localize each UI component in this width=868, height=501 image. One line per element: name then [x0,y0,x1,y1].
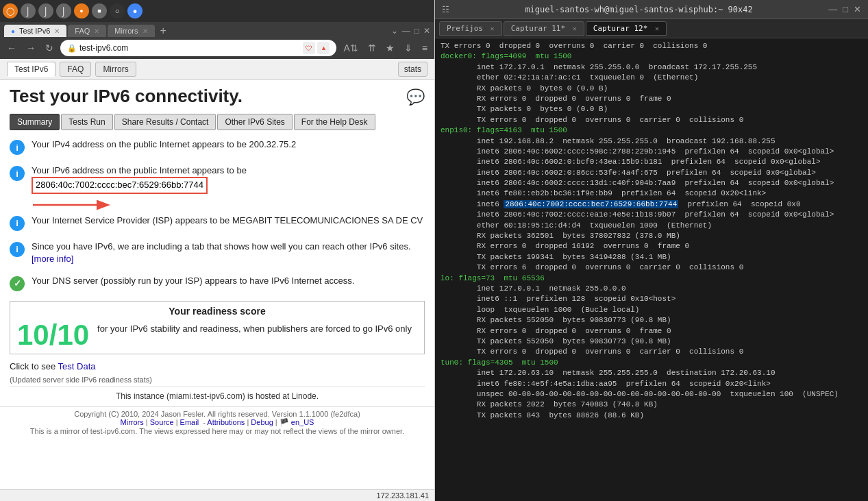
tab-share-results[interactable]: Share Results / Contact [114,114,216,130]
wifi-icon-3[interactable]: ⌡ [56,3,71,19]
interface-name: enp1s0: flags=4163 mtu 1500 [441,126,567,134]
tab-tests-run[interactable]: Tests Run [61,114,112,130]
translate-button[interactable]: A⇅ [340,41,360,55]
tab-summary[interactable]: Summary [10,114,60,130]
ubuntu-taskbar-icon[interactable]: ◯ [3,3,18,19]
close-window-icon[interactable]: ✕ [423,26,430,36]
readiness-box: Your readiness score 10/10 for your IPv6… [10,301,425,354]
app-icon-2[interactable]: ■ [92,3,107,19]
terminal-line: inet6 2806:40c:6002:cccc:598c:2788:229b:… [441,147,863,157]
tab-label: Test IPv6 [19,27,50,35]
back-button[interactable]: ← [4,41,19,55]
terminal-line: RX errors 0 dropped 0 overruns 0 frame 0 [441,94,863,104]
terminal-line: enp1s0: flags=4163 mtu 1500 [441,125,863,136]
terminal-tab-capturar11[interactable]: Capturar 11* ✕ [504,21,584,36]
site-nav-test-ipv6[interactable]: Test IPv6 [7,62,55,77]
site-nav-mirrors[interactable]: Mirrors [95,62,136,77]
terminal-line: TX errors 6 dropped 0 overruns 0 carrier… [441,262,863,273]
chat-icon[interactable]: 💬 [406,88,425,106]
ext-vpn-icon[interactable]: ▲ [317,42,330,54]
more-tabs-icon[interactable]: ⌄ [391,26,398,36]
terminal-line: RX packets 362501 bytes 378027832 (378.0… [441,231,863,241]
terminal-close[interactable]: ✕ [854,4,861,14]
chrome-taskbar-icon[interactable]: ● [127,3,142,19]
terminal-tab-prefijos[interactable]: Prefijos ✕ [439,21,502,36]
red-arrow-graphic [32,198,114,212]
info-icon-2: i [10,166,25,181]
github-taskbar-icon[interactable]: ○ [110,3,125,19]
tab-close-icon[interactable]: ✕ [54,27,60,35]
url-box[interactable]: 🔒 test-ipv6.com 🛡 ▲ [60,40,336,56]
terminal-line: inet 127.0.0.1 netmask 255.0.0.0 [441,284,863,294]
reload-button[interactable]: ↻ [42,41,56,55]
score-value: 10/10 [17,321,89,350]
tab-help-desk[interactable]: For the Help Desk [294,114,375,130]
tab-capturar12-close[interactable]: ✕ [655,25,659,32]
settings-button[interactable]: ≡ [419,41,430,55]
new-tab-button[interactable]: + [156,25,171,37]
ipv6-highlight-terminal: 2806:40c:7002:cccc:bec7:6529:66bb:7744 [504,200,678,208]
footer-links: Mirrors | Source | Email - Attributions … [3,418,432,427]
debug-link[interactable]: Debug [251,418,273,426]
tab-other-ipv6[interactable]: Other IPv6 Sites [217,114,292,130]
instance-note: This instance (miami.test-ipv6.com) is h… [10,387,425,401]
terminal-body[interactable]: TX errors 0 dropped 0 overruns 0 carrier… [435,38,868,501]
language-link[interactable]: 🏴 en_US [280,418,314,426]
email-link[interactable]: Email [180,418,199,426]
terminal-tab-capturar12[interactable]: Capturar 12* ✕ [586,21,667,36]
ext-shield-icon[interactable]: 🛡 [303,42,315,54]
terminal-line: inet 192.168.88.2 netmask 255.255.255.0 … [441,136,863,147]
tab-capturar11-close[interactable]: ✕ [573,25,577,32]
terminal-line: inet6 fe80::4e5f:4e5a:1dba:aa95 prefixle… [441,379,863,389]
more-info-link[interactable]: [more info] [32,254,73,264]
interface-name: docker0: flags=4099 mtu 1500 [441,52,571,60]
site-footer: Copyright (C) 2010, 2024 Jason Fesler. A… [0,406,434,438]
forward-button[interactable]: → [23,41,38,55]
terminal-panel: ☷ miguel-santos-wh@miguel-santos-wisphub… [435,0,868,501]
tab-mirrors-close-icon[interactable]: ✕ [142,27,148,35]
download-button[interactable]: ⇓ [401,41,415,55]
stats-button[interactable]: stats [398,62,427,77]
terminal-line: TX packets 552050 bytes 90830773 (90.8 M… [441,337,863,347]
source-link[interactable]: Source [150,418,174,426]
terminal-maximize[interactable]: □ [843,4,848,14]
test-data-link[interactable]: Test Data [58,361,96,371]
result-text-isp: Your Internet Service Provider (ISP) app… [32,215,423,227]
interface-name: lo: flags=73 mtu 65536 [441,274,545,282]
terminal-line: TX packets 843 bytes 88626 (88.6 KB) [441,411,863,421]
tab-faq-label: FAQ [75,27,90,35]
share-button[interactable]: ⇈ [365,41,379,55]
app-icon-1[interactable]: ● [74,3,89,19]
copyright-text: Copyright (C) 2010, 2024 Jason Fesler. A… [3,410,432,418]
minimize-icon[interactable]: — [402,26,410,36]
terminal-line: TX errors 0 dropped 0 overruns 0 carrier… [441,41,863,51]
tab-prefijos-close[interactable]: ✕ [491,25,495,32]
terminal-line: RX packets 0 bytes 0 (0.0 B) [441,84,863,94]
score-row: 10/10 for your IPv6 stability and readin… [17,321,417,350]
terminal-line: loop txqueuelen 1000 (Bucle local) [441,305,863,315]
tab-faq-close-icon[interactable]: ✕ [94,27,99,35]
bookmark-button[interactable]: ★ [383,41,397,55]
wifi-icon-1[interactable]: ⌡ [21,3,36,19]
score-description: for your IPv6 stability and readiness, w… [97,321,412,334]
terminal-line: inet 172.20.63.10 netmask 255.255.255.0 … [441,368,863,378]
wifi-icon-2[interactable]: ⌡ [38,3,53,19]
mirrors-link[interactable]: Mirrors [121,418,144,426]
terminal-line: inet6 2806:40c:6002:cccc:13d1:c40f:904b:… [441,178,863,188]
page-title: Test your IPv6 connectivity. [10,86,243,107]
terminal-tabs: Prefijos ✕ Capturar 11* ✕ Capturar 12* ✕ [435,19,868,38]
attributions-link[interactable]: Attributions [207,418,245,426]
extension-icons: 🛡 ▲ [303,42,330,54]
tab-mirrors-label: Mirrors [114,27,138,35]
tab-mirrors[interactable]: Mirrors ✕ [108,25,154,37]
tab-faq[interactable]: FAQ ✕ [68,25,106,37]
maximize-icon[interactable]: □ [414,26,419,36]
site-nav-faq[interactable]: FAQ [60,62,91,77]
address-bar: ← → ↻ 🔒 test-ipv6.com 🛡 ▲ A⇅ ⇈ ★ ⇓ ≡ [4,40,430,56]
terminal-line: RX packets 2022 bytes 740883 (740.8 KB) [441,400,863,410]
terminal-line: tun0: flags=4305 mtu 1500 [441,358,863,368]
tab-test-ipv6[interactable]: ● Test IPv6 ✕ [4,25,66,37]
terminal-minimize[interactable]: — [828,4,837,14]
terminal-line: ether 60:18:95:1c:d4:d4 txqueuelen 1000 … [441,221,863,231]
terminal-controls: — □ ✕ [828,4,861,14]
